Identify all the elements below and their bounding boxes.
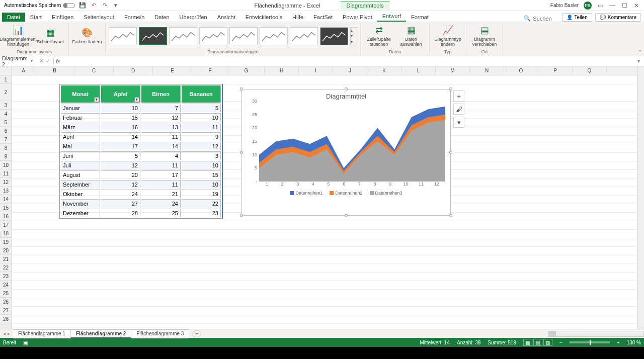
quick-layout-button[interactable]: ▦Schnelllayout	[35, 28, 65, 45]
table-cell[interactable]: Juni	[61, 151, 100, 160]
row-header[interactable]: 10	[0, 161, 12, 169]
table-cell[interactable]: 16	[101, 123, 140, 131]
tab-file[interactable]: Datei	[2, 13, 25, 22]
table-cell[interactable]: 11	[182, 123, 221, 131]
table-row[interactable]: Oktober242119	[61, 190, 221, 198]
row-header[interactable]: 5	[0, 118, 12, 127]
col-header[interactable]: A	[12, 66, 35, 75]
style-gallery-more[interactable]: ▴▾▾	[350, 27, 357, 45]
chart-style-thumb[interactable]	[260, 27, 288, 45]
col-header[interactable]: F	[192, 66, 228, 75]
confirm-icon[interactable]: ✓	[46, 58, 50, 64]
table-cell[interactable]: Mai	[61, 142, 100, 150]
table-cell[interactable]: Oktober	[61, 190, 100, 198]
tab-entwicklertools[interactable]: Entwicklertools	[240, 13, 287, 22]
table-row[interactable]: September121110	[61, 180, 221, 189]
fx-icon[interactable]: fx	[54, 58, 62, 64]
worksheet-area[interactable]: 1234567891011121314151617181920212223242…	[0, 66, 644, 329]
user-name[interactable]: Fabio Basler	[550, 3, 579, 8]
table-row[interactable]: Juli121110	[61, 161, 221, 169]
col-header[interactable]: I	[299, 66, 333, 75]
row-header[interactable]: 3	[0, 101, 12, 110]
col-header[interactable]: J	[333, 66, 367, 75]
tab-formeln[interactable]: Formeln	[119, 13, 149, 22]
table-row[interactable]: Januar1075	[61, 104, 221, 112]
row-header[interactable]: 24	[0, 281, 12, 289]
tab-seitenlayout[interactable]: Seitenlayout	[78, 13, 119, 22]
table-cell[interactable]: 25	[141, 209, 181, 217]
row-header[interactable]: 4	[0, 110, 12, 118]
view-page-break-icon[interactable]: ▥	[543, 339, 552, 346]
table-cell[interactable]: 17	[141, 170, 181, 179]
chart-legend[interactable]: Datenreihen1Datenreihen2Datenreihen3	[242, 187, 450, 196]
row-header[interactable]: 22	[0, 263, 12, 272]
table-cell[interactable]: 11	[141, 180, 181, 189]
col-header[interactable]: D	[114, 66, 153, 75]
zoom-slider[interactable]	[570, 341, 610, 343]
table-cell[interactable]: 27	[101, 199, 140, 208]
view-page-layout-icon[interactable]: ▤	[533, 339, 542, 346]
table-cell[interactable]: 10	[182, 161, 221, 169]
data-table[interactable]: Monat▾Äpfel▾BirnenBananenJanuar1075Febru…	[59, 84, 223, 219]
row-header[interactable]: 2	[0, 84, 12, 101]
row-header[interactable]: 20	[0, 246, 12, 255]
table-header[interactable]: Birnen	[141, 85, 181, 103]
row-header[interactable]: 26	[0, 298, 12, 306]
table-cell[interactable]: April	[61, 132, 100, 141]
table-cell[interactable]: 5	[101, 151, 140, 160]
col-header[interactable]: L	[401, 66, 436, 75]
row-header[interactable]: 23	[0, 272, 12, 281]
row-header[interactable]: 14	[0, 195, 12, 204]
col-header[interactable]: N	[470, 66, 504, 75]
collapse-ribbon-icon[interactable]: ⌃	[638, 49, 642, 55]
change-colors-button[interactable]: 🎨Farben ändern	[72, 28, 102, 45]
col-header[interactable]: M	[436, 66, 470, 75]
table-cell[interactable]: 12	[141, 113, 181, 122]
sheet-tab[interactable]: Flächendiagramme 2	[71, 329, 131, 338]
row-header[interactable]: 18	[0, 229, 12, 238]
table-cell[interactable]: Januar	[61, 104, 100, 112]
table-cell[interactable]: 9	[182, 132, 221, 141]
row-header[interactable]: 11	[0, 169, 12, 178]
table-row[interactable]: August201715	[61, 170, 221, 179]
table-row[interactable]: Juni543	[61, 151, 221, 160]
table-cell[interactable]: August	[61, 170, 100, 179]
qat-dropdown-icon[interactable]: ▾	[112, 2, 119, 9]
table-cell[interactable]: 12	[101, 161, 140, 169]
table-row[interactable]: November272422	[61, 199, 221, 208]
row-header[interactable]: 8	[0, 144, 12, 152]
add-sheet-button[interactable]: +	[192, 330, 201, 337]
row-header[interactable]: 21	[0, 255, 12, 263]
table-cell[interactable]: 14	[101, 132, 140, 141]
redo-icon[interactable]: ↷	[101, 2, 108, 9]
context-tab[interactable]: Diagrammtools	[340, 1, 389, 10]
row-header[interactable]: 13	[0, 187, 12, 195]
col-header[interactable]: E	[153, 66, 192, 75]
chart-style-thumb[interactable]	[109, 27, 137, 45]
row-header[interactable]: 16	[0, 212, 12, 221]
row-header[interactable]: 9	[0, 152, 12, 161]
table-cell[interactable]: 15	[101, 113, 140, 122]
horizontal-scrollbar[interactable]	[548, 331, 644, 337]
table-cell[interactable]: 12	[182, 142, 221, 150]
table-cell[interactable]: November	[61, 199, 100, 208]
row-header[interactable]: 1	[0, 75, 12, 84]
filter-dropdown-icon[interactable]: ▾	[94, 97, 99, 102]
chart-plot-area[interactable]: -51015202530	[259, 101, 444, 182]
tab-format[interactable]: Format	[406, 13, 434, 22]
tab-hilfe[interactable]: Hilfe	[287, 13, 308, 22]
chart-styles-button[interactable]: 🖌	[453, 104, 464, 115]
table-cell[interactable]: 24	[101, 190, 140, 198]
table-cell[interactable]: 22	[182, 199, 221, 208]
chart-title[interactable]: Diagrammtitel	[242, 89, 450, 101]
tab-überprüfen[interactable]: Überprüfen	[175, 13, 212, 22]
tab-factset[interactable]: FactSet	[308, 13, 338, 22]
avatar[interactable]: FB	[584, 2, 592, 10]
table-cell[interactable]: 19	[182, 190, 221, 198]
maximize-icon[interactable]: ☐	[621, 2, 628, 9]
chart-filters-button[interactable]: ▾	[453, 117, 464, 128]
view-normal-icon[interactable]: ▦	[523, 339, 532, 346]
sheet-tab[interactable]: Flächendiagramme 1	[13, 329, 71, 338]
table-cell[interactable]: 10	[182, 113, 221, 122]
col-header[interactable]: C	[74, 66, 114, 75]
